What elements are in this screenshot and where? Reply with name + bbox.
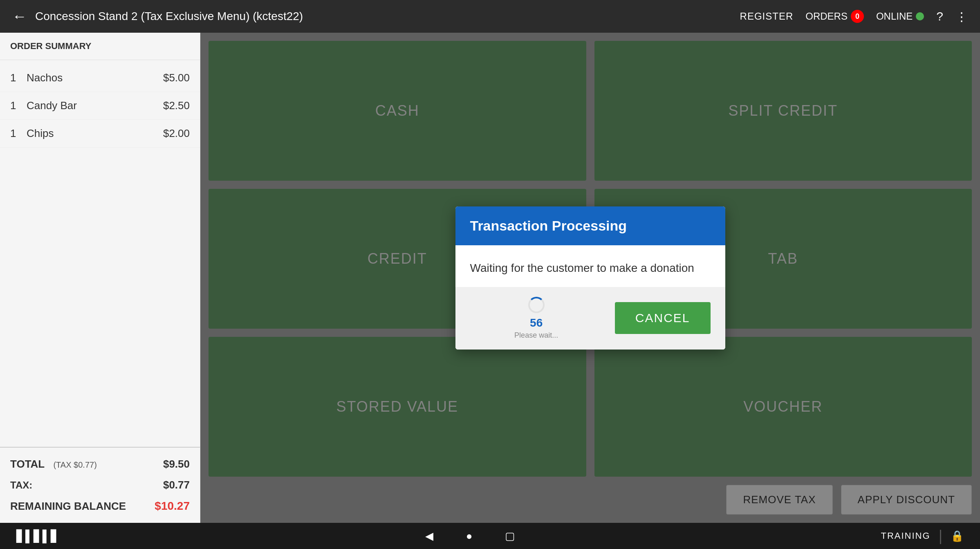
item-qty: 1 bbox=[10, 99, 27, 112]
item-name: Candy Bar bbox=[27, 99, 163, 112]
item-name: Nachos bbox=[27, 72, 163, 84]
item-price: $2.50 bbox=[163, 99, 190, 112]
remaining-balance-amount: $10.27 bbox=[155, 500, 190, 513]
back-nav-icon[interactable]: ◀ bbox=[425, 530, 433, 542]
recents-nav-icon[interactable]: ▢ bbox=[505, 530, 515, 542]
app-header: ← Concession Stand 2 (Tax Exclusive Menu… bbox=[0, 0, 980, 33]
item-price: $2.00 bbox=[163, 127, 190, 140]
modal-title: Transaction Processing bbox=[470, 218, 627, 233]
training-label: TRAINING bbox=[881, 531, 931, 541]
total-amount: $9.50 bbox=[163, 458, 190, 471]
main-content: ORDER SUMMARY 1 Nachos $5.00 1 Candy Bar… bbox=[0, 33, 980, 523]
online-status: ONLINE bbox=[876, 11, 924, 22]
online-label: ONLINE bbox=[876, 11, 913, 22]
spinner-icon bbox=[528, 297, 545, 313]
back-button[interactable]: ← bbox=[12, 8, 27, 25]
order-totals: TOTAL (TAX $0.77) $9.50 TAX: $0.77 REMAI… bbox=[0, 447, 200, 523]
bottom-navigation-bar: ▋▌▋▌▋ ◀ ● ▢ TRAINING | 🔒 bbox=[0, 523, 980, 549]
transaction-processing-modal: Transaction Processing Waiting for the c… bbox=[455, 206, 725, 350]
home-nav-icon[interactable]: ● bbox=[466, 530, 473, 542]
orders-button[interactable]: ORDERS 0 bbox=[805, 10, 864, 23]
order-item: 1 Candy Bar $2.50 bbox=[0, 92, 200, 120]
separator: | bbox=[939, 527, 942, 545]
item-qty: 1 bbox=[10, 72, 27, 84]
remaining-balance-row: REMAINING BALANCE $10.27 bbox=[10, 495, 190, 517]
order-items-list: 1 Nachos $5.00 1 Candy Bar $2.50 1 Chips… bbox=[0, 60, 200, 447]
countdown-number: 56 bbox=[530, 316, 543, 329]
item-price: $5.00 bbox=[163, 72, 190, 84]
order-item: 1 Chips $2.00 bbox=[0, 120, 200, 148]
item-qty: 1 bbox=[10, 127, 27, 140]
total-label: TOTAL (TAX $0.77) bbox=[10, 458, 97, 471]
remaining-balance-label: REMAINING BALANCE bbox=[10, 500, 126, 513]
item-name: Chips bbox=[27, 127, 163, 140]
payment-panel: CASH SPLIT CREDIT CREDIT TAB STORED VALU… bbox=[200, 33, 980, 523]
order-summary-header: ORDER SUMMARY bbox=[0, 33, 200, 60]
total-row: TOTAL (TAX $0.77) $9.50 bbox=[10, 454, 190, 475]
nav-icons: ◀ ● ▢ bbox=[425, 530, 516, 542]
order-summary-panel: ORDER SUMMARY 1 Nachos $5.00 1 Candy Bar… bbox=[0, 33, 200, 523]
help-icon[interactable]: ? bbox=[936, 9, 943, 23]
modal-footer: 56 Please wait... CANCEL bbox=[455, 287, 725, 350]
order-item: 1 Nachos $5.00 bbox=[0, 64, 200, 92]
countdown-label: Please wait... bbox=[514, 331, 558, 340]
modal-body-text: Waiting for the customer to make a donat… bbox=[470, 262, 694, 274]
modal-body: Waiting for the customer to make a donat… bbox=[455, 245, 725, 287]
register-button[interactable]: REGISTER bbox=[740, 11, 794, 22]
lock-icon[interactable]: 🔒 bbox=[951, 530, 964, 542]
header-right: REGISTER ORDERS 0 ONLINE ? ⋮ bbox=[740, 9, 968, 24]
tax-label: TAX: bbox=[10, 480, 32, 491]
countdown-container: 56 Please wait... bbox=[470, 297, 603, 340]
tax-row: TAX: $0.77 bbox=[10, 475, 190, 495]
orders-count-badge: 0 bbox=[851, 10, 864, 23]
modal-cancel-button[interactable]: CANCEL bbox=[615, 302, 711, 334]
bottom-right-area: TRAINING | 🔒 bbox=[881, 527, 964, 545]
page-title: Concession Stand 2 (Tax Exclusive Menu) … bbox=[35, 10, 732, 23]
tax-amount: $0.77 bbox=[163, 479, 190, 491]
spinner-arc bbox=[528, 297, 545, 313]
online-dot-icon bbox=[916, 12, 924, 20]
more-options-icon[interactable]: ⋮ bbox=[955, 9, 968, 24]
tax-note: (TAX $0.77) bbox=[53, 460, 96, 469]
barcode-icon: ▋▌▋▌▋ bbox=[16, 529, 60, 543]
modal-header: Transaction Processing bbox=[455, 206, 725, 245]
orders-label: ORDERS bbox=[805, 11, 848, 22]
